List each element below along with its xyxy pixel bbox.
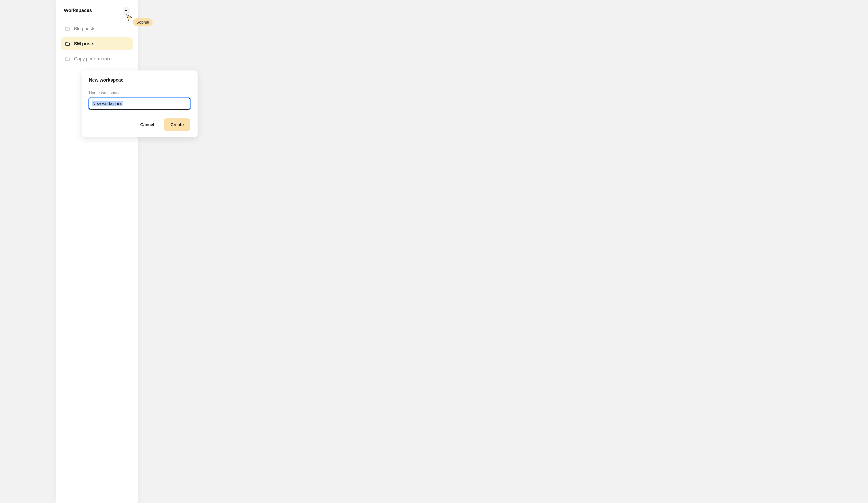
workspace-item-blog-posts[interactable]: Blog posts (61, 22, 133, 35)
dialog-title: New workspcae (89, 77, 190, 83)
add-workspace-button[interactable] (123, 7, 130, 14)
sidebar-title: Workspaces (64, 8, 92, 13)
workspace-item-sm-posts[interactable]: SM posts (61, 37, 133, 50)
workspace-item-label: Copy performance (74, 56, 112, 62)
plus-icon (125, 9, 128, 12)
workspace-item-copy-performance[interactable]: Copy performance (61, 52, 133, 65)
workspace-item-label: SM posts (74, 41, 94, 46)
create-button[interactable]: Create (164, 118, 190, 131)
folder-icon (65, 26, 70, 31)
workspace-name-input[interactable]: New workspace (89, 98, 190, 110)
workspace-item-label: Blog posts (74, 26, 95, 31)
sidebar-header: Workspaces (61, 7, 133, 14)
new-workspace-dialog: New workspcae Name wrokspace New workspa… (82, 71, 198, 137)
folder-icon (65, 41, 70, 46)
dialog-actions: Cancel Create (89, 118, 190, 131)
cancel-button[interactable]: Cancel (138, 119, 156, 130)
workspace-list: Blog posts SM posts Copy performance (61, 22, 133, 65)
workspace-name-label: Name wrokspace (89, 91, 190, 95)
input-selected-text: New workspace (92, 101, 123, 106)
folder-icon (65, 56, 70, 62)
